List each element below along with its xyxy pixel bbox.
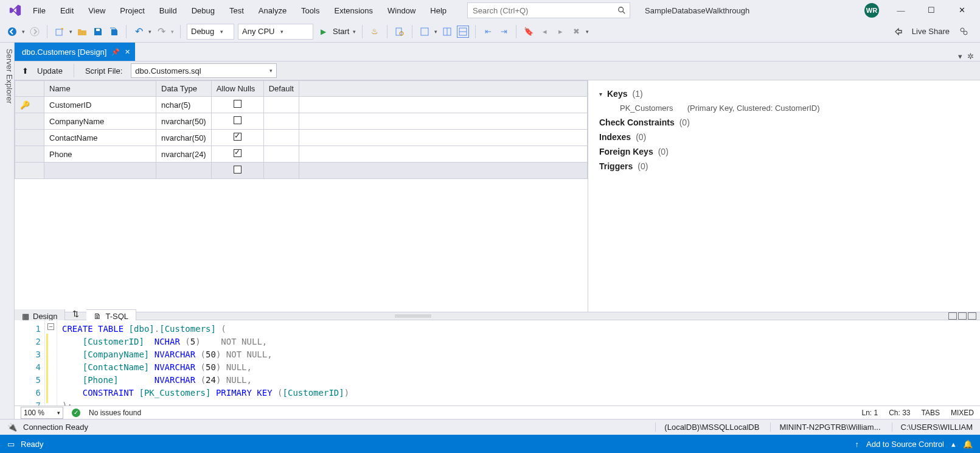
checkbox-icon[interactable]	[234, 166, 242, 174]
cell-type[interactable]: nvarchar(50)	[156, 130, 212, 146]
col-header-type[interactable]: Data Type	[156, 81, 212, 97]
find-in-files-icon[interactable]	[394, 26, 406, 38]
output-window-icon[interactable]: ▭	[7, 440, 15, 449]
box2-icon[interactable]	[441, 26, 453, 38]
box1-icon[interactable]	[419, 26, 431, 38]
undo-icon[interactable]: ↶	[133, 26, 145, 38]
table-row[interactable]: ContactNamenvarchar(50)	[15, 130, 588, 146]
chevron-up-icon[interactable]: ▴	[951, 440, 956, 449]
cell-default[interactable]	[263, 113, 299, 130]
menu-window[interactable]: Window	[381, 4, 422, 18]
update-arrow-icon[interactable]: ⬆	[22, 66, 29, 76]
code-content[interactable]: CREATE TABLE [dbo].[Customers] ( [Custom…	[57, 320, 349, 406]
nav-forward-icon[interactable]	[29, 26, 41, 38]
foreign-keys-group[interactable]: Foreign Keys(0)	[599, 144, 969, 159]
table-row[interactable]: CompanyNamenvarchar(50)	[15, 113, 588, 130]
quick-search-input[interactable]	[471, 5, 617, 16]
row-header[interactable]: 🔑	[15, 97, 44, 113]
cell-name[interactable]: CompanyName	[44, 113, 156, 130]
splitter-grip-icon[interactable]	[395, 315, 431, 317]
cell-type[interactable]: nchar(5)	[156, 97, 212, 113]
menu-help[interactable]: Help	[424, 4, 453, 18]
save-icon[interactable]	[92, 26, 104, 38]
cell-type[interactable]: nvarchar(50)	[156, 113, 212, 130]
pin-icon[interactable]: 📌	[111, 48, 120, 56]
cell-blank[interactable]	[299, 130, 587, 146]
design-code-splitter[interactable]: ▦ Design ⇅ 🗎 T-SQL	[15, 312, 980, 320]
cell-type[interactable]: nvarchar(24)	[156, 146, 212, 163]
menu-project[interactable]: Project	[114, 4, 150, 18]
menu-debug[interactable]: Debug	[186, 4, 221, 18]
document-tab[interactable]: dbo.Customers [Design] 📌 ✕	[15, 43, 135, 61]
primary-key-item[interactable]: PK_Customers (Primary Key, Clustered: Cu…	[599, 101, 969, 115]
cell-default[interactable]	[263, 97, 299, 113]
window-maximize-icon[interactable]: ☐	[923, 5, 940, 15]
prev-bookmark-icon[interactable]: ◂	[538, 26, 551, 38]
cell-blank[interactable]	[299, 97, 587, 113]
new-project-icon[interactable]	[54, 26, 66, 38]
indexes-group[interactable]: Indexes(0)	[599, 130, 969, 144]
cell-blank[interactable]	[299, 113, 587, 130]
box3-icon[interactable]	[457, 26, 469, 38]
live-share-icon[interactable]	[894, 27, 903, 37]
feedback-icon[interactable]	[958, 26, 969, 37]
menu-edit[interactable]: Edit	[54, 4, 80, 18]
table-row-empty[interactable]	[15, 163, 588, 179]
script-file-dropdown[interactable]: dbo.Customers.sql▾	[131, 63, 277, 78]
checkbox-icon[interactable]	[234, 133, 242, 141]
menu-extensions[interactable]: Extensions	[328, 4, 379, 18]
user-avatar[interactable]: WR	[864, 3, 879, 18]
close-tab-icon[interactable]: ✕	[125, 48, 130, 56]
checkbox-icon[interactable]	[234, 149, 242, 157]
bookmark-icon[interactable]: 🔖	[523, 26, 535, 38]
indent-mode[interactable]: TABS	[922, 409, 940, 417]
source-control-upload-icon[interactable]: ↑	[855, 440, 860, 449]
menu-analyze[interactable]: Analyze	[252, 4, 293, 18]
keys-group[interactable]: ▾ Keys (1)	[599, 86, 969, 101]
redo-icon[interactable]: ↷	[155, 26, 167, 38]
menu-test[interactable]: Test	[223, 4, 250, 18]
server-explorer-tab[interactable]: Server Explorer	[0, 43, 15, 419]
checkbox-icon[interactable]	[234, 116, 242, 124]
platform-dropdown[interactable]: Any CPU▾	[238, 24, 313, 40]
col-header-default[interactable]: Default	[263, 81, 299, 97]
cell-name[interactable]: ContactName	[44, 130, 156, 146]
row-header[interactable]	[15, 130, 44, 146]
row-header[interactable]	[15, 146, 44, 163]
checkbox-icon[interactable]	[234, 100, 242, 108]
nav-back-icon[interactable]	[6, 26, 18, 38]
line-endings[interactable]: MIXED	[951, 409, 974, 417]
cell-default[interactable]	[263, 130, 299, 146]
cell-blank[interactable]	[299, 146, 587, 163]
next-bookmark-icon[interactable]: ▸	[554, 26, 566, 38]
menu-view[interactable]: View	[82, 4, 111, 18]
cell-allow-nulls[interactable]	[211, 130, 263, 146]
indent-icon[interactable]: ⇥	[498, 26, 510, 38]
outlining-gutter[interactable]: −	[45, 320, 57, 406]
col-header-nulls[interactable]: Allow Nulls	[211, 81, 263, 97]
clear-bookmarks-icon[interactable]: ✖	[570, 26, 582, 38]
cell-allow-nulls[interactable]	[211, 113, 263, 130]
menu-build[interactable]: Build	[153, 4, 183, 18]
table-row[interactable]: Phonenvarchar(24)	[15, 146, 588, 163]
check-constraints-group[interactable]: Check Constraints(0)	[599, 115, 969, 130]
outdent-icon[interactable]: ⇤	[482, 26, 494, 38]
notifications-bell-icon[interactable]: 🔔	[963, 440, 973, 449]
save-all-icon[interactable]	[108, 26, 120, 38]
tab-settings-icon[interactable]: ✲	[967, 52, 974, 61]
live-share-label[interactable]: Live Share	[912, 27, 950, 36]
cell-name[interactable]: Phone	[44, 146, 156, 163]
quick-search[interactable]	[467, 2, 630, 18]
cell-default[interactable]	[263, 146, 299, 163]
pane-layout-icons[interactable]	[948, 312, 980, 320]
expand-icon[interactable]: ▾	[599, 91, 602, 97]
start-debug-label[interactable]: Start	[333, 27, 349, 36]
cell-name[interactable]: CustomerID	[44, 97, 156, 113]
cell-allow-nulls[interactable]	[211, 97, 263, 113]
row-header[interactable]	[15, 113, 44, 130]
menu-file[interactable]: File	[27, 4, 52, 18]
cell-allow-nulls[interactable]	[211, 146, 263, 163]
open-file-icon[interactable]	[76, 26, 88, 38]
tsql-editor[interactable]: 1234567 − CREATE TABLE [dbo].[Customers]…	[15, 320, 980, 406]
zoom-dropdown[interactable]: 100 %▾	[21, 407, 63, 419]
